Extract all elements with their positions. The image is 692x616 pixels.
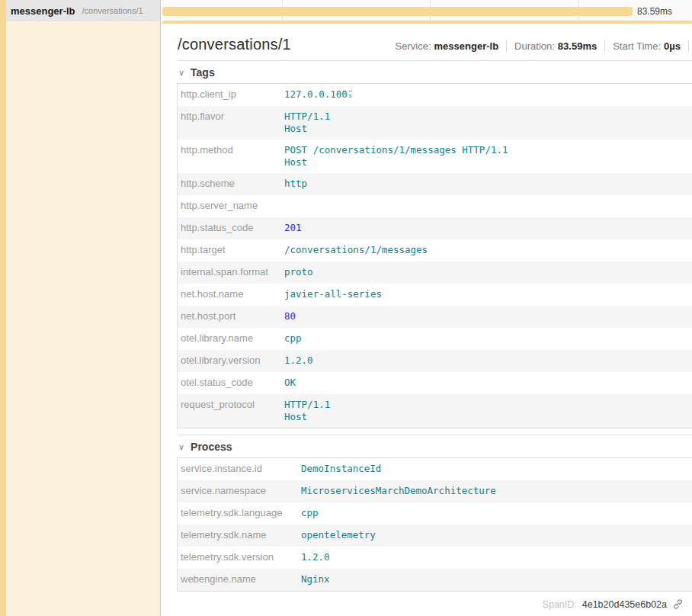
table-row: telemetry.sdk.nameopentelemetry [178,525,692,547]
tag-value: HTTP/1.1 Host [284,111,330,135]
tag-key: http.client_ip [181,88,278,101]
process-section-header[interactable]: Process [178,435,692,457]
tag-value: 80 [284,310,296,322]
table-row: net.host.port80 [178,306,692,328]
table-row: http.methodPOST /conversations/1/message… [178,140,692,173]
tag-value: http [284,178,307,190]
span-id-label: SpanID: [543,599,577,610]
tag-key: request_protocol [181,399,278,411]
start-time-value: 0µs [664,40,681,52]
process-value: Nginx [301,573,330,586]
table-row: net.host.namejavier-all-series [178,284,692,306]
span-name-column: messenger-lb /conversations/1 [0,0,161,616]
process-value: DemoInstanceId [301,463,381,475]
service-label: Service: [396,40,431,52]
process-key: telemetry.sdk.version [181,551,295,563]
tag-key: internal.span.format [181,266,278,278]
tag-value: proto [284,266,313,278]
service-value: messenger-lb [434,40,499,52]
tag-key: http.target [181,244,278,256]
process-table: service.instance.idDemoInstanceId servic… [177,457,692,592]
tag-value: /conversations/1/messages [284,244,428,256]
tags-section-header[interactable]: Tags [178,61,692,83]
table-row: otel.status_codeOK [178,372,692,394]
table-row: telemetry.sdk.version1.2.0 [178,547,692,569]
process-key: service.instance.id [181,463,295,475]
span-meta: Service:messenger-lb Duration:83.59ms St… [396,40,692,52]
span-row[interactable]: messenger-lb /conversations/1 [0,0,160,21]
tag-key: otel.library.name [181,332,278,345]
tag-value: javier-all-series [284,288,382,300]
process-section: Process service.instance.idDemoInstanceI… [178,435,692,592]
start-time-label: Start Time: [613,40,661,52]
tag-key: http.flavor [181,111,278,123]
tag-value: OK [284,377,296,389]
table-row: otel.library.version1.2.0 [178,350,692,372]
table-row: request_protocolHTTP/1.1 Host [178,394,692,428]
process-value: MicroservicesMarchDemoArchitecture [301,485,496,497]
span-detail-header: /conversations/1 Service:messenger-lb Du… [178,24,692,60]
tag-key: net.host.port [181,310,278,322]
tag-value: HTTP/1.1 Host [284,399,330,423]
tag-value: 1.2.0 [284,355,313,367]
tags-section: Tags http.client_ip127.0.0.10̈0̈ₛ http.f… [178,60,692,428]
span-duration-bar[interactable] [162,7,633,16]
tag-value: 127.0.0.10̈0̈ₛ [284,88,353,101]
tag-key: otel.library.version [181,355,278,367]
tag-key: otel.status_code [181,377,278,389]
process-value: opentelemetry [301,529,376,541]
tag-value: 201 [284,222,302,234]
duration-value: 83.59ms [558,40,597,52]
span-id-value: 4e1b20d435e6b02a [582,599,667,610]
table-row: http.server_name [178,195,692,217]
table-row: http.schemehttp [178,173,692,195]
process-key: telemetry.sdk.language [181,507,295,519]
meta-divider [506,40,507,52]
timeline-strip: 83.59ms [162,0,692,24]
table-row: internal.span.formatproto [178,261,692,284]
tag-key: net.host.name [181,288,278,300]
table-row: telemetry.sdk.languagecpp [178,502,692,525]
link-icon[interactable] [672,598,684,610]
tag-value: cpp [284,332,302,345]
meta-divider [688,40,689,52]
tags-section-title: Tags [191,66,215,79]
chevron-down-icon [178,69,184,77]
table-row: service.namespaceMicroservicesMarchDemoA… [178,480,692,502]
table-row: otel.library.namecpp [178,328,692,350]
table-row: http.status_code201 [178,217,692,239]
table-row: http.client_ip127.0.0.10̈0̈ₛ [178,84,692,106]
table-row: http.target/conversations/1/messages [178,239,692,261]
table-row: http.flavorHTTP/1.1 Host [178,106,692,140]
service-color-stripe [0,0,6,616]
span-detail-panel: /conversations/1 Service:messenger-lb Du… [162,24,692,616]
span-duration-label: 83.59ms [637,6,672,17]
tag-key: http.status_code [181,222,278,234]
process-value: cpp [301,507,319,519]
chevron-down-icon [178,443,184,451]
meta-divider [604,40,605,52]
span-operation-name: /conversations/1 [82,6,143,15]
process-value: 1.2.0 [301,551,330,563]
process-section-title: Process [191,441,232,453]
tag-value: POST /conversations/1/messages HTTP/1.1 … [284,144,508,168]
table-row: webengine.nameNginx [178,569,692,591]
process-key: service.namespace [181,485,295,497]
table-row: service.instance.idDemoInstanceId [178,458,692,480]
duration-label: Duration: [514,40,555,52]
tags-table: http.client_ip127.0.0.10̈0̈ₛ http.flavor… [177,83,692,428]
tag-key: http.method [181,144,278,156]
span-id-footer: SpanID: 4e1b20d435e6b02a [543,598,684,610]
tag-key: http.scheme [181,178,278,190]
tag-key: http.server_name [181,200,278,212]
process-key: webengine.name [181,573,295,586]
span-service-name: messenger-lb [11,5,75,17]
process-key: telemetry.sdk.name [181,529,295,541]
